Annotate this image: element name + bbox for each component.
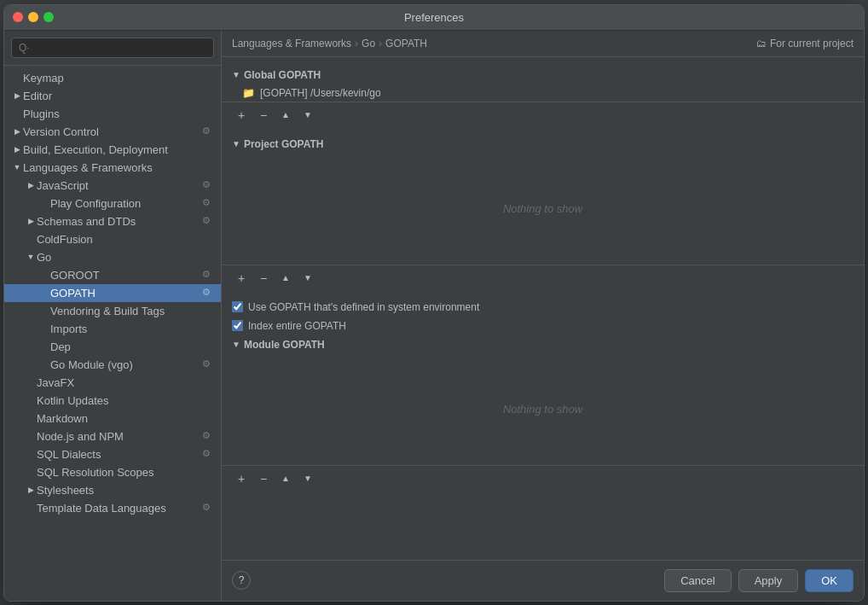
- sidebar-item-stylesheets[interactable]: ▶Stylesheets: [4, 481, 221, 499]
- gear-icon-template-data-languages: ⚙: [202, 502, 214, 514]
- global-gopath-header[interactable]: ▼ Global GOPATH: [222, 66, 864, 84]
- module-gopath-add-button[interactable]: +: [232, 469, 251, 488]
- sidebar-item-gopath[interactable]: GOPATH⚙: [4, 284, 221, 302]
- breadcrumb-bar: Languages & Frameworks › Go › GOPATH 🗂 F…: [222, 31, 864, 57]
- module-gopath-toolbar: + − ▲ ▼: [222, 465, 864, 492]
- module-gopath-title: Module GOPATH: [244, 339, 325, 351]
- global-gopath-toolbar: + − ▲ ▼: [222, 102, 864, 128]
- titlebar: Preferences: [4, 5, 864, 31]
- project-gopath-down-button[interactable]: ▼: [298, 269, 317, 288]
- breadcrumb-part-2: Go: [362, 38, 375, 49]
- sidebar-item-arrow-stylesheets: ▶: [25, 486, 37, 494]
- sidebar-item-label-plugins: Plugins: [23, 108, 214, 120]
- sidebar-item-label-play-configuration: Play Configuration: [50, 197, 199, 210]
- sidebar-item-imports[interactable]: Imports: [4, 320, 221, 338]
- use-gopath-checkbox[interactable]: [232, 301, 243, 312]
- global-gopath-up-button[interactable]: ▲: [276, 106, 295, 125]
- global-gopath-path: [GOPATH] /Users/kevin/go: [260, 87, 381, 99]
- gear-icon-javascript: ⚙: [202, 179, 214, 191]
- sidebar-item-arrow-go: ▼: [25, 253, 37, 261]
- project-gopath-up-button[interactable]: ▲: [276, 269, 295, 288]
- gear-icon-version-control: ⚙: [202, 125, 214, 137]
- global-gopath-arrow: ▼: [232, 70, 240, 79]
- sidebar-item-vendoring-build-tags[interactable]: Vendoring & Build Tags: [4, 302, 221, 320]
- sidebar-item-play-configuration[interactable]: Play Configuration⚙: [4, 195, 221, 212]
- search-input[interactable]: [11, 38, 214, 58]
- sidebar-item-label-nodejs-npm: Node.js and NPM: [37, 430, 199, 443]
- ok-button[interactable]: OK: [805, 569, 854, 592]
- breadcrumb-part-1: Languages & Frameworks: [232, 38, 351, 49]
- sidebar-item-editor[interactable]: ▶Editor: [4, 87, 221, 105]
- right-panel: Languages & Frameworks › Go › GOPATH 🗂 F…: [222, 31, 864, 601]
- sidebar-item-label-languages-frameworks: Languages & Frameworks: [23, 161, 214, 174]
- help-button[interactable]: ?: [232, 571, 251, 590]
- titlebar-buttons: [13, 12, 54, 22]
- project-gopath-remove-button[interactable]: −: [254, 269, 273, 288]
- sidebar-item-javafx[interactable]: JavaFX: [4, 374, 221, 392]
- module-gopath-header[interactable]: ▼ Module GOPATH: [222, 335, 864, 354]
- gear-icon-goroot: ⚙: [202, 269, 214, 281]
- sidebar-item-label-template-data-languages: Template Data Languages: [37, 502, 199, 515]
- sidebar-item-label-imports: Imports: [50, 323, 214, 335]
- sidebar-item-languages-frameworks[interactable]: ▼Languages & Frameworks: [4, 159, 221, 177]
- sidebar-item-label-vendoring-build-tags: Vendoring & Build Tags: [50, 305, 214, 317]
- sidebar-item-label-go: Go: [37, 251, 214, 264]
- sidebar-item-template-data-languages[interactable]: Template Data Languages⚙: [4, 499, 221, 517]
- folder-icon: 📁: [242, 87, 255, 99]
- search-bar: [4, 31, 221, 66]
- sidebar-item-nodejs-npm[interactable]: Node.js and NPM⚙: [4, 428, 221, 445]
- sidebar-item-arrow-schemas-dtds: ▶: [25, 217, 37, 225]
- sidebar-item-javascript[interactable]: ▶JavaScript⚙: [4, 177, 221, 195]
- breadcrumb-sep-2: ›: [379, 38, 382, 49]
- sidebar-item-go[interactable]: ▼Go: [4, 248, 221, 266]
- global-gopath-path-item: 📁 [GOPATH] /Users/kevin/go: [222, 84, 864, 102]
- sidebar-item-label-go-module: Go Module (vgo): [50, 358, 199, 371]
- sidebar-item-label-coldfusion: ColdFusion: [37, 233, 214, 246]
- gear-icon-gopath: ⚙: [202, 287, 214, 299]
- index-gopath-checkbox[interactable]: [232, 320, 243, 331]
- module-gopath-down-button[interactable]: ▼: [298, 469, 317, 488]
- global-gopath-add-button[interactable]: +: [232, 106, 251, 125]
- sidebar-item-dep[interactable]: Dep: [4, 338, 221, 356]
- project-gopath-arrow: ▼: [232, 139, 240, 148]
- bottom-bar: ? Cancel Apply OK: [222, 560, 864, 601]
- module-gopath-arrow: ▼: [232, 340, 240, 349]
- sidebar-item-sql-resolution-scopes[interactable]: SQL Resolution Scopes: [4, 463, 221, 481]
- sidebar-item-label-sql-resolution-scopes: SQL Resolution Scopes: [37, 466, 214, 479]
- close-button[interactable]: [13, 12, 23, 22]
- cancel-button[interactable]: Cancel: [664, 569, 731, 592]
- global-gopath-title: Global GOPATH: [244, 69, 321, 81]
- sidebar-item-markdown[interactable]: Markdown: [4, 410, 221, 428]
- sidebar-item-plugins[interactable]: Plugins: [4, 105, 221, 123]
- maximize-button[interactable]: [43, 12, 54, 22]
- sidebar-item-label-kotlin-updates: Kotlin Updates: [37, 394, 214, 407]
- gear-icon-sql-dialects: ⚙: [202, 448, 214, 460]
- sidebar-item-label-version-control: Version Control: [23, 125, 199, 138]
- project-gopath-add-button[interactable]: +: [232, 269, 251, 288]
- sidebar-item-label-editor: Editor: [23, 90, 214, 102]
- sidebar-item-coldfusion[interactable]: ColdFusion: [4, 230, 221, 248]
- sidebar-item-label-keymap: Keymap: [23, 72, 214, 84]
- sidebar-item-goroot[interactable]: GOROOT⚙: [4, 266, 221, 284]
- sidebar-item-label-javafx: JavaFX: [37, 376, 214, 389]
- project-indicator-text: For current project: [770, 38, 854, 49]
- sidebar-item-arrow-version-control: ▶: [11, 127, 23, 136]
- index-gopath-row: Index entire GOPATH: [222, 317, 864, 335]
- use-gopath-row: Use GOPATH that's defined in system envi…: [222, 298, 864, 317]
- sidebar-item-version-control[interactable]: ▶Version Control⚙: [4, 123, 221, 141]
- project-gopath-header[interactable]: ▼ Project GOPATH: [222, 135, 864, 154]
- sidebar-item-label-gopath: GOPATH: [50, 287, 199, 300]
- minimize-button[interactable]: [28, 12, 38, 22]
- global-gopath-remove-button[interactable]: −: [254, 106, 273, 125]
- apply-button[interactable]: Apply: [738, 569, 799, 592]
- global-gopath-down-button[interactable]: ▼: [298, 106, 317, 125]
- sidebar-item-go-module[interactable]: Go Module (vgo)⚙: [4, 356, 221, 374]
- module-gopath-up-button[interactable]: ▲: [276, 469, 295, 488]
- module-gopath-remove-button[interactable]: −: [254, 469, 273, 488]
- project-gopath-empty: Nothing to show: [222, 154, 864, 265]
- sidebar-item-sql-dialects[interactable]: SQL Dialects⚙: [4, 445, 221, 463]
- sidebar-item-kotlin-updates[interactable]: Kotlin Updates: [4, 392, 221, 410]
- sidebar-item-schemas-dtds[interactable]: ▶Schemas and DTDs⚙: [4, 212, 221, 230]
- sidebar-item-keymap[interactable]: Keymap: [4, 69, 221, 87]
- sidebar-item-build-execution[interactable]: ▶Build, Execution, Deployment: [4, 141, 221, 159]
